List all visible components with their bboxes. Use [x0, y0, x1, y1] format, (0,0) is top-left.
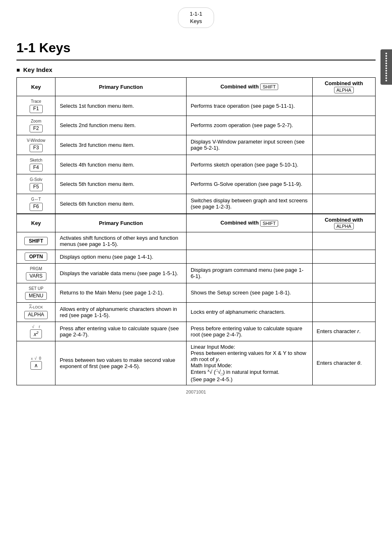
table-row: SHIFTActivates shift functions of other …: [17, 232, 376, 250]
table-row: √ r x2 Press after entering value to cal…: [17, 322, 376, 341]
breadcrumb-text: 1-1-1 Keys: [178, 7, 214, 28]
shift-function: Displays program command menu (see page …: [186, 264, 312, 283]
alpha-function: [312, 116, 375, 135]
primary-function: Displays option menu (see page 1-4-1).: [55, 250, 187, 264]
shift-function: [186, 250, 312, 264]
primary-function: Activates shift functions of other keys …: [55, 232, 187, 250]
shift-function: Displays V-Window parameter input screen…: [186, 135, 312, 155]
alpha-function: Enters character r.: [312, 322, 375, 341]
alpha-function: [312, 155, 375, 174]
alpha-function: [312, 174, 375, 194]
table-row: V-WindowF3Selects 3rd function menu item…: [17, 135, 376, 155]
breadcrumb: 1-1-1 Keys: [0, 0, 392, 32]
col-header-alpha-2: Combined with ALPHA: [312, 214, 375, 232]
primary-function: Selects 1st function menu item.: [55, 96, 187, 116]
shift-function: Performs trace operation (see page 5-11-…: [186, 96, 312, 116]
shift-function: [186, 232, 312, 250]
primary-function: Press between two values to make second …: [55, 341, 187, 385]
primary-function: Selects 5th function menu item.: [55, 174, 187, 194]
key-cell: x√ θ ∧: [17, 341, 55, 385]
col-header-shift: Combined with SHIFT: [186, 78, 312, 96]
key-cell: OPTN: [17, 250, 55, 264]
table-row: A-LOCKALPHAAllows entry of alphanumeric …: [17, 303, 376, 322]
section-title: Key Index: [0, 60, 392, 77]
primary-function: Press after entering value to calculate …: [55, 322, 187, 341]
table-row: SET UPMENUReturns to the Main Menu (see …: [17, 283, 376, 303]
alpha-badge-2: ALPHA: [334, 223, 354, 229]
shift-function: Locks entry of alphanumeric characters.: [186, 303, 312, 322]
alpha-badge: ALPHA: [334, 87, 354, 93]
primary-function: Selects 3rd function menu item.: [55, 135, 187, 155]
table-row: TraceF1Selects 1st function menu item.Pe…: [17, 96, 376, 116]
shift-badge-2: SHIFT: [260, 220, 278, 227]
shift-function: Switches display between graph and text …: [186, 194, 312, 213]
shift-function: Press before entering value to calculate…: [186, 322, 312, 341]
table-row: PRGMVARSDisplays the variable data menu …: [17, 264, 376, 283]
alpha-function: [312, 283, 375, 303]
shift-badge: SHIFT: [260, 83, 278, 90]
col-header-primary-2: Primary Function: [55, 214, 187, 232]
table-row: G-SolvF5Selects 5th function menu item.P…: [17, 174, 376, 194]
shift-function: Performs zoom operation (see page 5-2-7)…: [186, 116, 312, 135]
primary-function: Selects 4th function menu item.: [55, 155, 187, 174]
key-cell: ZoomF2: [17, 116, 55, 135]
table-row: G↔TF6Selects 6th function menu item.Swit…: [17, 194, 376, 213]
col-header-alpha: Combined with ALPHA: [312, 78, 375, 96]
alpha-function: [312, 96, 375, 116]
primary-function: Returns to the Main Menu (see page 1-2-1…: [55, 283, 187, 303]
primary-function: Displays the variable data menu (see pag…: [55, 264, 187, 283]
table-row: ZoomF2Selects 2nd function menu item.Per…: [17, 116, 376, 135]
primary-function: Allows entry of alphanumeric characters …: [55, 303, 187, 322]
footer: 20071001: [0, 385, 392, 397]
alpha-function: [312, 194, 375, 213]
side-tab[interactable]: [380, 49, 392, 85]
key-cell: SHIFT: [17, 232, 55, 250]
key-cell: A-LOCKALPHA: [17, 303, 55, 322]
alpha-function: [312, 303, 375, 322]
alpha-function: [312, 250, 375, 264]
alpha-function: [312, 264, 375, 283]
shift-function: Linear Input Mode:Press between entering…: [186, 341, 312, 385]
col-header-shift-2: Combined with SHIFT: [186, 214, 312, 232]
key-cell: G-SolvF5: [17, 174, 55, 194]
shift-function: Performs sketch operation (see page 5-10…: [186, 155, 312, 174]
col-header-primary: Primary Function: [55, 78, 187, 96]
key-cell: V-WindowF3: [17, 135, 55, 155]
shift-function: Performs G-Solve operation (see page 5-1…: [186, 174, 312, 194]
table-row: OPTNDisplays option menu (see page 1-4-1…: [17, 250, 376, 264]
col-header-key-2: Key: [17, 214, 55, 232]
alpha-function: [312, 135, 375, 155]
primary-function: Selects 2nd function menu item.: [55, 116, 187, 135]
alpha-function: [312, 232, 375, 250]
key-cell: √ r x2: [17, 322, 55, 341]
col-header-key: Key: [17, 78, 55, 96]
key-cell: TraceF1: [17, 96, 55, 116]
key-cell: PRGMVARS: [17, 264, 55, 283]
key-cell: SketchF4: [17, 155, 55, 174]
key-index-table-1: Key Primary Function Combined with SHIFT…: [16, 77, 376, 213]
primary-function: Selects 6th function menu item.: [55, 194, 187, 213]
key-cell: G↔TF6: [17, 194, 55, 213]
shift-function: Shows the Setup screen (see page 1-8-1).: [186, 283, 312, 303]
table-row: SketchF4Selects 4th function menu item.P…: [17, 155, 376, 174]
page-title: 1-1 Keys: [0, 32, 392, 60]
table-row: x√ θ ∧ Press between two values to make …: [17, 341, 376, 385]
alpha-function: Enters character θ.: [312, 341, 375, 385]
key-cell: SET UPMENU: [17, 283, 55, 303]
key-index-table-2: Key Primary Function Combined with SHIFT…: [16, 214, 376, 385]
